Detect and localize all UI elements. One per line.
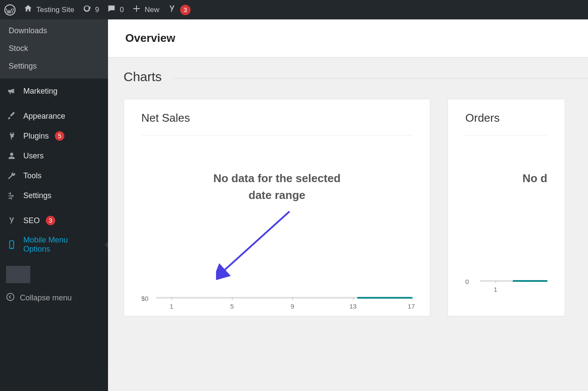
orders-chart: 0 1 [465, 213, 547, 290]
plugins-badge: 5 [55, 131, 64, 141]
yoast-link[interactable]: 3 [167, 4, 191, 16]
mobile-icon [6, 240, 17, 249]
svg-point-2 [11, 247, 12, 248]
sidebar-item-settings[interactable]: Settings [0, 186, 108, 205]
plug-icon [6, 131, 17, 141]
tick-label: 13 [350, 303, 357, 310]
sidebar-item-appearance[interactable]: Appearance [0, 106, 108, 126]
divider [174, 78, 588, 79]
card-title: Orders [465, 99, 547, 136]
sidebar-item-mobile-menu-options[interactable]: Mobile Menu Options [0, 230, 108, 259]
sidebar-sub-settings[interactable]: Settings [0, 57, 108, 75]
sidebar-item-users[interactable]: Users [0, 146, 108, 166]
collapse-icon [6, 293, 15, 303]
sidebar-item-label: Marketing [23, 87, 57, 96]
comments-count: 0 [120, 6, 124, 14]
no-data-message: No d [465, 136, 547, 213]
tick-label: 1 [494, 286, 497, 293]
tick-label: 5 [230, 303, 234, 310]
sidebar-item-label: Mobile Menu Options [23, 236, 92, 254]
sidebar-item-plugins[interactable]: Plugins 5 [0, 126, 108, 146]
wp-logo[interactable] [4, 4, 16, 16]
tick-label: 1 [170, 303, 173, 310]
sidebar-sub-downloads[interactable]: Downloads [0, 22, 108, 40]
site-link[interactable]: Testing Site [23, 4, 74, 16]
main-content: Overview Charts Net Sales No data for th… [108, 19, 588, 391]
megaphone-icon [6, 86, 17, 96]
yoast-icon [6, 216, 17, 225]
sidebar-item-marketing[interactable]: Marketing [0, 81, 108, 101]
sidebar-submenu-top: Downloads Stock Settings [0, 19, 108, 79]
new-link[interactable]: New [132, 4, 159, 16]
collapse-menu[interactable]: Collapse menu [0, 287, 108, 309]
plus-icon [132, 4, 141, 16]
sidebar-thumbnail [6, 266, 30, 283]
y-axis-label: 0 [465, 278, 469, 285]
seo-badge: 3 [46, 216, 55, 225]
net-sales-chart: $0 1 5 9 13 17 [141, 230, 413, 307]
overview-header: Overview [108, 19, 588, 57]
overview-title: Overview [125, 32, 175, 44]
site-title: Testing Site [36, 6, 74, 14]
comments-link[interactable]: 0 [107, 4, 124, 16]
admin-sidebar: Downloads Stock Settings Marketing Appea… [0, 19, 108, 391]
wrench-icon [6, 171, 17, 180]
no-data-message: No data for the selected date range [141, 136, 413, 230]
tick-label: 17 [408, 303, 415, 310]
yoast-icon [167, 4, 177, 16]
sidebar-item-label: Users [23, 151, 44, 161]
updates-count: 9 [95, 6, 99, 14]
card-title: Net Sales [141, 99, 413, 136]
card-net-sales: Net Sales No data for the selected date … [124, 99, 430, 316]
sidebar-item-label: SEO [23, 216, 40, 225]
refresh-icon [82, 4, 92, 16]
axis-highlight [513, 280, 547, 282]
charts-section-header: Charts [124, 69, 588, 84]
sliders-icon [6, 191, 17, 200]
sidebar-item-label: Appearance [23, 112, 65, 121]
sidebar-item-label: Tools [23, 171, 41, 180]
charts-title: Charts [124, 69, 162, 84]
comment-icon [107, 4, 116, 16]
collapse-label: Collapse menu [20, 293, 72, 303]
user-icon [6, 151, 17, 161]
sidebar-item-tools[interactable]: Tools [0, 166, 108, 186]
axis-highlight [357, 297, 413, 299]
sidebar-item-seo[interactable]: SEO 3 [0, 211, 108, 230]
admin-bar: Testing Site 9 0 New 3 [0, 0, 588, 19]
new-label: New [145, 6, 159, 14]
sidebar-item-label: Plugins [23, 132, 49, 141]
card-orders: Orders No d 0 1 [448, 99, 565, 316]
home-icon [23, 4, 33, 16]
tick-label: 9 [291, 303, 294, 310]
sidebar-item-label: Settings [23, 191, 51, 200]
y-axis-label: $0 [141, 295, 149, 302]
yoast-badge: 3 [180, 5, 191, 15]
brush-icon [6, 111, 17, 121]
sidebar-sub-stock[interactable]: Stock [0, 40, 108, 57]
svg-point-3 [7, 293, 14, 301]
updates-link[interactable]: 9 [82, 4, 99, 16]
